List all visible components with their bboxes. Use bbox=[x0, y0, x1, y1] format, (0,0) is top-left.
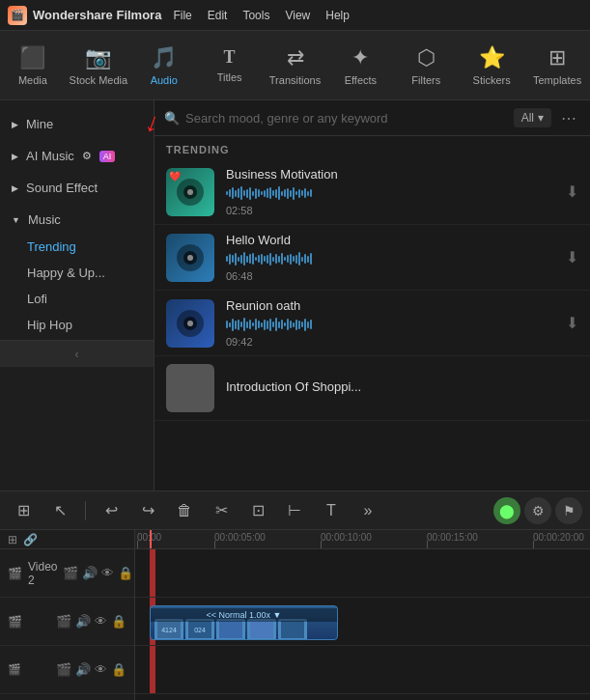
ai-music-settings-icon: ⚙ bbox=[82, 150, 92, 162]
track-extra-audio-icon[interactable]: 🔊 bbox=[75, 662, 91, 677]
track-extra-lock-icon[interactable]: 🔒 bbox=[111, 662, 126, 677]
track-title-reunion: Reunion oath bbox=[226, 298, 554, 313]
download-icon-biz[interactable]: ⬇ bbox=[566, 182, 578, 201]
toolbar-audio-label: Audio bbox=[151, 74, 178, 86]
track-icons-video2: 🎬 🔊 👁 🔒 bbox=[63, 566, 133, 580]
track-extra-video-icon[interactable]: 🎬 bbox=[56, 662, 71, 677]
timeline-select-btn[interactable]: ↖ bbox=[44, 495, 75, 526]
sidebar-sub-hiphop[interactable]: Hip Hop bbox=[0, 312, 154, 338]
playhead[interactable] bbox=[150, 530, 152, 548]
music-list: ❤️ Business Motivation bbox=[155, 159, 590, 490]
timeline-crop-btn[interactable]: ⊡ bbox=[242, 495, 273, 526]
toolbar-titles[interactable]: T Titles bbox=[197, 31, 263, 100]
waveform-hello bbox=[226, 251, 554, 266]
sidebar-item-music[interactable]: ▼ Music bbox=[0, 206, 154, 234]
timeline-settings-btn[interactable]: ⚙ bbox=[524, 497, 551, 524]
svg-rect-13 bbox=[219, 621, 242, 638]
heart-badge-biz: ❤️ bbox=[169, 171, 181, 182]
toolbar-templates[interactable]: ⊞ Templates bbox=[524, 31, 590, 100]
more-options-icon[interactable]: ⋯ bbox=[557, 109, 580, 127]
music-thumb-intro bbox=[166, 364, 214, 412]
music-track-biz-motivation[interactable]: ❤️ Business Motivation bbox=[155, 159, 590, 225]
search-bar: 🔍 All ▾ ⋯ bbox=[155, 100, 590, 136]
timeline-text-btn[interactable]: T bbox=[316, 495, 347, 526]
track-eye-icon[interactable]: 👁 bbox=[101, 566, 114, 580]
music-track-intro-shopping[interactable]: Introduction Of Shoppi... bbox=[155, 356, 590, 421]
filters-icon: ⬡ bbox=[417, 45, 435, 70]
track-row-video2 bbox=[135, 549, 590, 598]
toolbar-effects[interactable]: ✦ Effects bbox=[327, 31, 393, 100]
toolbar-media[interactable]: ⬛ Media bbox=[0, 31, 66, 100]
filter-dropdown[interactable]: All ▾ bbox=[514, 108, 551, 127]
track-duration-reunion: 09:42 bbox=[226, 336, 554, 348]
track-title-biz: Business Motivation bbox=[226, 167, 554, 182]
menu-view[interactable]: View bbox=[285, 9, 310, 22]
track-icon-extra: 🎬 bbox=[8, 663, 21, 676]
clip-frame-2: 024 bbox=[185, 619, 214, 639]
timeline-layout-btn[interactable]: ⊞ bbox=[8, 495, 39, 526]
video-clip[interactable]: << Normal 1.00x ▼ 4124 024 bbox=[150, 605, 338, 640]
timeline-flag-btn[interactable]: ⚑ bbox=[555, 497, 582, 524]
svg-text:4124: 4124 bbox=[161, 627, 177, 633]
toolbar-transitions[interactable]: ⇄ Transitions bbox=[263, 31, 328, 100]
track-video-icon[interactable]: 🎬 bbox=[63, 566, 78, 580]
timeline-record-btn[interactable]: ⬤ bbox=[493, 497, 520, 524]
toolbar-stickers[interactable]: ⭐ Stickers bbox=[459, 31, 524, 100]
timeline-content: ⊞ 🔗 🎬 Video 2 🎬 🔊 👁 🔒 🎬 🎬 🔊 👁 bbox=[0, 530, 590, 700]
menu-tools[interactable]: Tools bbox=[242, 9, 269, 22]
music-track-reunion-oath[interactable]: Reunion oath bbox=[155, 291, 590, 356]
timeline-undo-btn[interactable]: ↩ bbox=[96, 495, 126, 526]
track-extra-eye-icon[interactable]: 👁 bbox=[95, 662, 107, 677]
download-icon-reunion[interactable]: ⬇ bbox=[566, 314, 578, 332]
timeline-toolbar: ⊞ ↖ ↩ ↪ 🗑 ✂ ⊡ ⊢ T » ⬤ ⚙ ⚑ bbox=[0, 491, 590, 530]
menu-file[interactable]: File bbox=[173, 9, 191, 22]
toolbar-media-label: Media bbox=[18, 74, 47, 86]
music-info-reunion: Reunion oath bbox=[226, 298, 554, 348]
ruler-line-3 bbox=[427, 541, 428, 548]
music-thumb-biz: ❤️ bbox=[166, 168, 214, 216]
stickers-icon: ⭐ bbox=[479, 45, 505, 70]
music-track-hello-world[interactable]: Hello World bbox=[155, 225, 590, 291]
music-info-hello: Hello World bbox=[226, 233, 554, 282]
search-input[interactable] bbox=[185, 111, 508, 126]
ruler-mark-2: 00:00:10:00 bbox=[321, 532, 372, 543]
arrow-sound-icon: ▶ bbox=[12, 183, 18, 193]
timeline-split-btn[interactable]: ⊢ bbox=[279, 495, 310, 526]
timeline-redo-btn[interactable]: ↪ bbox=[132, 495, 163, 526]
menu-edit[interactable]: Edit bbox=[208, 9, 228, 22]
clip-thumbnail-1: 4124 bbox=[157, 621, 181, 638]
sidebar-sub-happy[interactable]: Happy & Up... bbox=[0, 260, 154, 286]
track-audio-icon[interactable]: 🔊 bbox=[82, 566, 98, 580]
download-icon-hello[interactable]: ⬇ bbox=[566, 248, 578, 266]
timeline-more-btn[interactable]: » bbox=[352, 495, 383, 526]
music-info-biz: Business Motivation bbox=[226, 167, 554, 216]
track-main-audio-icon[interactable]: 🔊 bbox=[75, 614, 91, 629]
toolbar-transitions-label: Transitions bbox=[269, 74, 321, 86]
sidebar-item-mine[interactable]: ▶ Mine bbox=[0, 110, 154, 138]
timeline-cut-btn[interactable]: ✂ bbox=[206, 495, 237, 526]
sidebar-sub-lofi[interactable]: Lofi bbox=[0, 286, 154, 312]
music-thumb-hello bbox=[166, 234, 214, 282]
sidebar-collapse-button[interactable]: ‹ bbox=[0, 340, 154, 367]
toolbar-stock-media[interactable]: 📷 Stock Media bbox=[66, 31, 131, 100]
timeline-delete-btn[interactable]: 🗑 bbox=[169, 495, 200, 526]
toolbar-filters[interactable]: ⬡ Filters bbox=[393, 31, 459, 100]
ruler-line-1 bbox=[214, 541, 215, 548]
add-track-icon[interactable]: ⊞ bbox=[8, 533, 17, 546]
track-main-lock-icon[interactable]: 🔒 bbox=[111, 614, 126, 629]
track-lock-icon[interactable]: 🔒 bbox=[118, 566, 133, 580]
sidebar-section-sound-effect: ▶ Sound Effect bbox=[0, 172, 154, 204]
menu-help[interactable]: Help bbox=[325, 9, 350, 22]
track-main-eye-icon[interactable]: 👁 bbox=[95, 614, 107, 629]
transitions-icon: ⇄ bbox=[287, 45, 304, 70]
track-label-main-video: 🎬 🎬 🔊 👁 🔒 bbox=[0, 598, 134, 646]
toolbar-audio[interactable]: 🎵 Audio bbox=[131, 31, 197, 100]
link-track-icon[interactable]: 🔗 bbox=[23, 533, 38, 546]
sidebar-item-ai-music[interactable]: ▶ AI Music ⚙ AI bbox=[0, 142, 154, 170]
track-main-video-icon[interactable]: 🎬 bbox=[56, 614, 71, 629]
clip-frame-4 bbox=[247, 619, 276, 639]
sidebar-sub-trending[interactable]: Trending bbox=[0, 234, 154, 260]
track-icons-extra: 🎬 🔊 👁 🔒 bbox=[56, 662, 126, 677]
sidebar-item-sound-effect[interactable]: ▶ Sound Effect bbox=[0, 174, 154, 202]
timeline-area: ⊞ ↖ ↩ ↪ 🗑 ✂ ⊡ ⊢ T » ⬤ ⚙ ⚑ ⊞ 🔗 🎬 Video 2 bbox=[0, 491, 590, 700]
